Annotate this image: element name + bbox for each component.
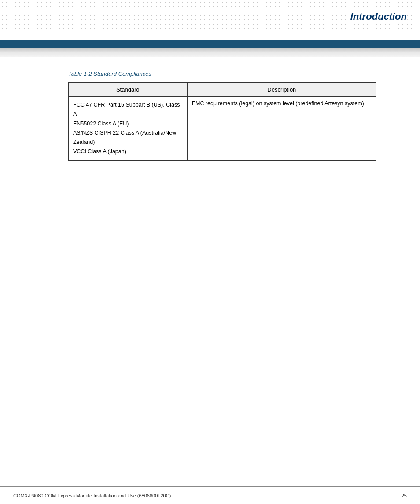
header: Introduction — [0, 0, 420, 40]
page-title: Introduction — [350, 11, 407, 22]
main-content: Table 1-2 Standard Compliances Standard … — [0, 57, 420, 196]
footer: COMX-P4080 COM Express Module Installati… — [0, 486, 420, 504]
blue-bar-decoration — [0, 40, 420, 48]
compliance-table: Standard Description FCC 47 CFR Part 15 … — [68, 82, 376, 161]
footer-page-number: 25 — [402, 493, 407, 498]
standard-item-4: VCCI Class A (Japan) — [73, 147, 183, 156]
gray-bar-decoration — [0, 48, 420, 57]
description-cell: EMC requirements (legal) on system level… — [187, 97, 376, 161]
column-header-description: Description — [187, 83, 376, 97]
standard-item-1: FCC 47 CFR Part 15 Subpart B (US), Class… — [73, 100, 183, 119]
description-text: EMC requirements (legal) on system level… — [192, 100, 364, 107]
table-header-row: Standard Description — [69, 83, 376, 97]
table-row: FCC 47 CFR Part 15 Subpart B (US), Class… — [69, 97, 376, 161]
standard-item-3: AS/NZS CISPR 22 Class A (Australia/New Z… — [73, 129, 183, 147]
column-header-standard: Standard — [69, 83, 188, 97]
table-caption: Table 1-2 Standard Compliances — [68, 70, 385, 77]
footer-text: COMX-P4080 COM Express Module Installati… — [13, 493, 171, 498]
standard-item-2: EN55022 Class A (EU) — [73, 119, 183, 129]
standard-cell: FCC 47 CFR Part 15 Subpart B (US), Class… — [69, 97, 188, 161]
header-title-area: Introduction — [288, 0, 420, 33]
